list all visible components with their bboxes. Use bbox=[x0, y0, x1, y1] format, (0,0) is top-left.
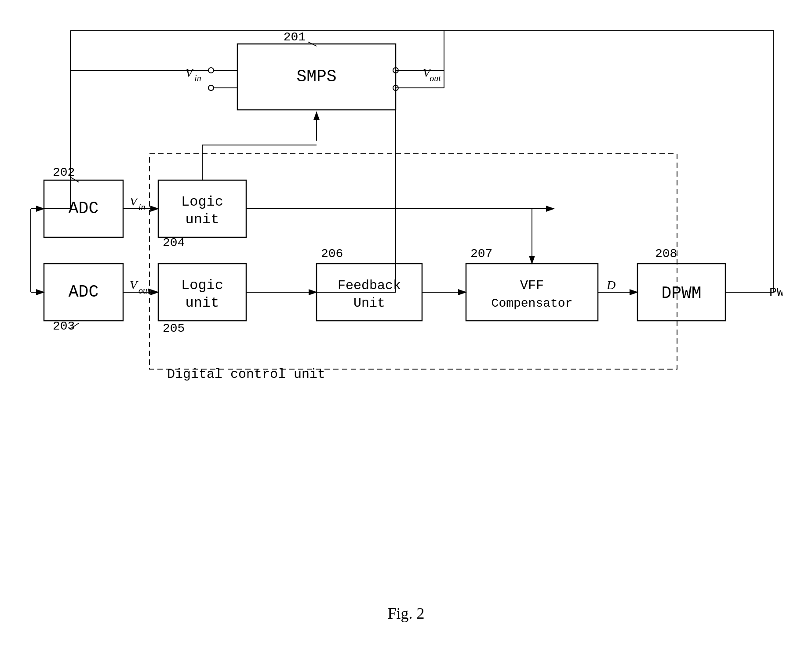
feedback-label2: Unit bbox=[353, 296, 385, 311]
vout-mid-sub: out bbox=[138, 286, 150, 295]
vin-top-label: V bbox=[185, 66, 194, 80]
vff-label2: Compensator bbox=[492, 297, 573, 310]
feedback-label1: Feedback bbox=[338, 278, 401, 293]
logic-top-label2: unit bbox=[186, 211, 219, 228]
vin-top-sub: in bbox=[194, 73, 201, 83]
adc-top-label: ADC bbox=[69, 199, 98, 218]
vin-mid-label: V bbox=[130, 195, 138, 208]
ref-206: 206 bbox=[321, 247, 343, 261]
ref-204: 204 bbox=[163, 236, 185, 250]
diagram-container: SMPS 201 V in V out D bbox=[26, 18, 783, 589]
figure-caption: Fig. 2 bbox=[387, 604, 424, 623]
ref-203: 203 bbox=[53, 319, 75, 333]
ref-202: 202 bbox=[53, 166, 75, 179]
ref-201: 201 bbox=[284, 30, 306, 44]
logic-bot-label1: Logic bbox=[181, 277, 223, 294]
vin-mid-sub: in bbox=[138, 202, 146, 212]
vff-label1: VFF bbox=[520, 278, 544, 293]
vout-mid-label: V bbox=[130, 278, 138, 292]
svg-point-5 bbox=[208, 85, 214, 91]
adc-bot-label: ADC bbox=[69, 283, 98, 301]
vout-top-sub: out bbox=[430, 73, 441, 83]
ref-205: 205 bbox=[163, 322, 185, 335]
dpwm-label: DPWM bbox=[661, 284, 701, 303]
smps-label: SMPS bbox=[296, 67, 336, 86]
ref-207: 207 bbox=[470, 247, 492, 261]
logic-top-label1: Logic bbox=[181, 194, 223, 210]
digital-control-label: Digital control unit bbox=[167, 367, 325, 382]
d-label: D bbox=[606, 278, 615, 292]
svg-point-4 bbox=[208, 68, 214, 73]
digital-control-border bbox=[149, 154, 677, 369]
ref-208: 208 bbox=[655, 247, 677, 261]
logic-bot-label2: unit bbox=[186, 295, 219, 311]
